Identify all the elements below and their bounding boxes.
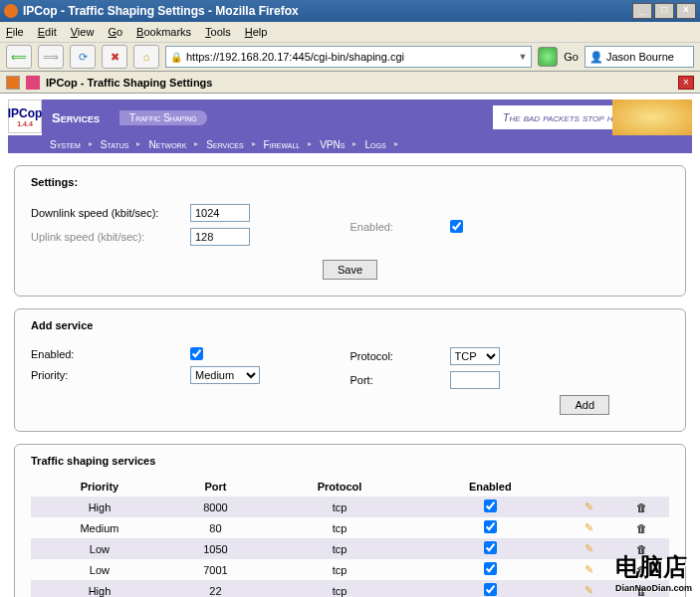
nav-firewall[interactable]: Firewall — [256, 139, 313, 150]
person-icon: 👤 — [589, 51, 603, 64]
reload-button[interactable]: ⟳ — [70, 45, 96, 69]
nav-services[interactable]: Services — [198, 139, 255, 150]
settings-enabled-label: Enabled: — [350, 221, 450, 233]
add-enabled-checkbox[interactable] — [190, 347, 203, 360]
logo-text: IPCop — [8, 106, 43, 120]
close-button[interactable]: × — [676, 3, 696, 19]
section-title: Services — [52, 110, 100, 125]
forward-icon: ⟹ — [43, 51, 59, 64]
menu-view[interactable]: View — [71, 26, 95, 38]
uplink-input[interactable] — [190, 228, 250, 246]
nav-vpns[interactable]: VPNs — [312, 139, 356, 150]
delete-icon[interactable]: 🗑 — [636, 501, 647, 513]
cell-protocol: tcp — [263, 580, 416, 597]
cell-port: 1050 — [168, 538, 263, 559]
search-box[interactable]: 👤 Jason Bourne — [584, 46, 694, 68]
dropdown-icon[interactable]: ▼ — [518, 52, 527, 62]
nav-logs[interactable]: Logs — [356, 139, 397, 150]
edit-icon[interactable]: ✎ — [584, 542, 593, 554]
go-label: Go — [564, 51, 579, 63]
port-input[interactable] — [450, 371, 500, 389]
table-row: High22tcp✎🗑 — [31, 580, 669, 597]
row-enabled-checkbox[interactable] — [484, 562, 497, 575]
section-bar: Services Traffic Shaping The bad packets… — [42, 100, 692, 135]
add-service-panel: Add service Enabled: Priority: Medium Pr… — [14, 308, 686, 432]
tab-close-button[interactable]: × — [678, 76, 694, 90]
col-port: Port — [168, 477, 263, 497]
cell-priority: High — [31, 497, 168, 517]
search-text: Jason Bourne — [606, 51, 674, 63]
tab-bar: IPCop - Traffic Shaping Settings × — [0, 72, 700, 94]
cell-protocol: tcp — [263, 538, 416, 559]
col-protocol: Protocol — [263, 477, 416, 497]
menu-help[interactable]: Help — [245, 26, 268, 38]
delete-icon[interactable]: 🗑 — [636, 543, 647, 555]
priority-select[interactable]: Medium — [190, 366, 260, 384]
firefox-icon — [4, 4, 18, 18]
nav-status[interactable]: Status — [93, 139, 141, 150]
stop-icon: ✖ — [111, 51, 119, 64]
settings-enabled-checkbox[interactable] — [450, 220, 463, 233]
save-button[interactable]: Save — [323, 260, 377, 280]
page-content: IPCop 1.4.4 Services Traffic Shaping The… — [0, 94, 700, 597]
menu-bookmarks[interactable]: Bookmarks — [136, 26, 191, 38]
row-enabled-checkbox[interactable] — [484, 583, 497, 596]
edit-icon[interactable]: ✎ — [584, 500, 593, 512]
col-priority: Priority — [31, 477, 168, 497]
delete-icon[interactable]: 🗑 — [636, 585, 647, 597]
edit-icon[interactable]: ✎ — [584, 563, 593, 575]
cell-priority: Medium — [31, 517, 168, 538]
add-enabled-label: Enabled: — [31, 348, 190, 360]
lock-icon: 🔒 — [170, 52, 182, 63]
cell-port: 8000 — [168, 497, 263, 517]
menu-go[interactable]: Go — [108, 26, 122, 38]
row-enabled-checkbox[interactable] — [484, 541, 497, 554]
downlink-label: Downlink speed (kbit/sec): — [31, 207, 190, 219]
row-enabled-checkbox[interactable] — [484, 499, 497, 512]
menu-file[interactable]: File — [6, 26, 24, 38]
page-header: IPCop 1.4.4 Services Traffic Shaping The… — [8, 100, 692, 135]
cell-protocol: tcp — [263, 559, 416, 580]
minimize-button[interactable]: _ — [632, 3, 652, 19]
cell-protocol: tcp — [263, 497, 416, 517]
nav-network[interactable]: Network — [140, 139, 198, 150]
back-button[interactable]: ⟸ — [6, 45, 32, 69]
tab-label[interactable]: IPCop - Traffic Shaping Settings — [46, 77, 212, 89]
cell-priority: High — [31, 580, 168, 597]
window-titlebar: IPCop - Traffic Shaping Settings - Mozil… — [0, 0, 700, 22]
protocol-select[interactable]: TCP — [450, 347, 500, 365]
services-table: Priority Port Protocol Enabled High8000t… — [31, 477, 669, 597]
menu-tools[interactable]: Tools — [205, 26, 231, 38]
table-row: High8000tcp✎🗑 — [31, 497, 669, 517]
go-button[interactable] — [538, 47, 558, 67]
maximize-button[interactable]: □ — [654, 3, 674, 19]
back-icon: ⟸ — [11, 51, 27, 64]
new-tab-icon[interactable] — [6, 76, 20, 90]
edit-icon[interactable]: ✎ — [584, 584, 593, 596]
col-enabled: Enabled — [416, 477, 565, 497]
home-button[interactable]: ⌂ — [133, 45, 159, 69]
address-bar[interactable]: 🔒 https://192.168.20.17:445/cgi-bin/shap… — [165, 46, 532, 68]
stop-button[interactable]: ✖ — [102, 45, 127, 69]
cell-port: 7001 — [168, 559, 263, 580]
table-row: Low1050tcp✎🗑 — [31, 538, 669, 559]
menu-edit[interactable]: Edit — [38, 26, 57, 38]
ipcop-logo: IPCop 1.4.4 — [8, 100, 42, 133]
delete-icon[interactable]: 🗑 — [636, 522, 647, 534]
add-button[interactable]: Add — [560, 395, 609, 415]
edit-icon[interactable]: ✎ — [584, 521, 593, 533]
nav-system[interactable]: System — [42, 139, 93, 150]
cell-port: 80 — [168, 517, 263, 538]
url-text: https://192.168.20.17:445/cgi-bin/shapin… — [186, 51, 404, 63]
cell-priority: Low — [31, 538, 168, 559]
forward-button[interactable]: ⟹ — [38, 45, 64, 69]
uplink-label: Uplink speed (kbit/sec): — [31, 231, 190, 243]
reload-icon: ⟳ — [79, 51, 88, 64]
services-title: Traffic shaping services — [31, 455, 669, 467]
table-row: Medium80tcp✎🗑 — [31, 517, 669, 538]
row-enabled-checkbox[interactable] — [484, 520, 497, 533]
services-panel: Traffic shaping services Priority Port P… — [14, 444, 686, 597]
delete-icon[interactable]: 🗑 — [636, 564, 647, 576]
settings-panel: Settings: Downlink speed (kbit/sec): Upl… — [14, 165, 686, 297]
downlink-input[interactable] — [190, 204, 250, 222]
